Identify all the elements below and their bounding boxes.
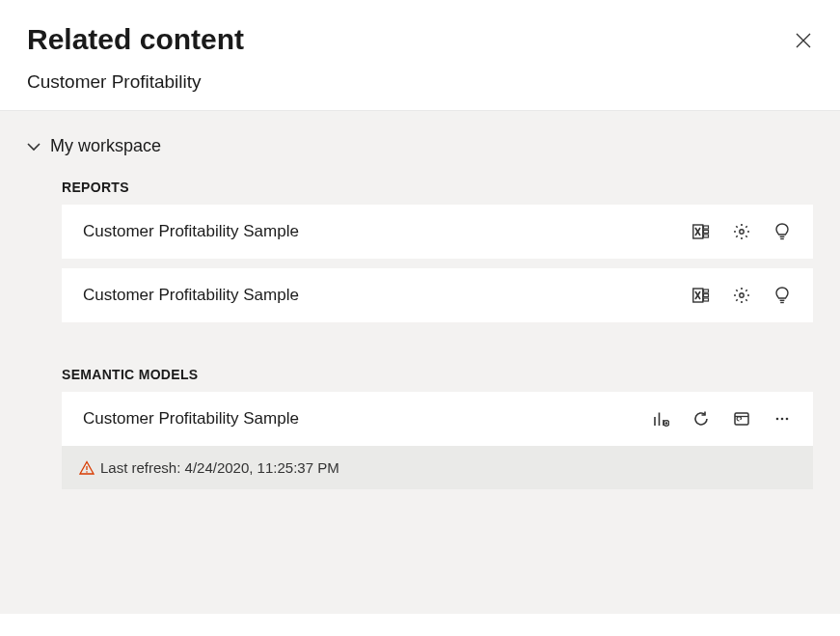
svg-point-4 [740,230,744,234]
chart-icon [652,410,669,428]
svg-point-23 [781,418,784,421]
report-item[interactable]: Customer Profitability Sample [62,268,813,322]
lightbulb-icon [774,287,790,304]
panel-title: Related content [27,23,813,56]
semantic-model-item-actions [651,409,792,429]
insights-button[interactable] [772,222,792,241]
create-report-button[interactable] [651,409,670,429]
refresh-button[interactable] [691,409,711,429]
workspace-label: My workspace [50,136,161,156]
svg-point-24 [786,418,789,421]
svg-rect-10 [704,298,709,301]
schedule-icon [733,410,750,428]
gear-icon [733,287,750,304]
close-icon [796,33,811,48]
svg-rect-3 [704,235,709,237]
settings-button[interactable] [732,286,751,305]
analyze-in-excel-button[interactable] [691,222,711,241]
more-options-button[interactable] [772,409,792,429]
settings-button[interactable] [732,222,751,241]
report-item[interactable]: Customer Profitability Sample [62,205,813,259]
semantic-model-item[interactable]: Customer Profitability Sample [62,392,813,446]
svg-point-11 [740,293,744,297]
close-button[interactable] [790,27,817,54]
svg-rect-8 [704,290,709,292]
excel-icon [692,287,710,304]
last-refresh-text: Last refresh: 4/24/2020, 11:25:37 PM [100,459,339,476]
panel-content: My workspace REPORTS Customer Profitabil… [0,111,840,614]
report-item-actions [691,222,792,241]
semantic-model-item-label: Customer Profitability Sample [83,409,299,429]
workspace-toggle[interactable]: My workspace [27,136,813,156]
lightbulb-icon [774,223,790,240]
section-title-semantic-models: SEMANTIC MODELS [62,367,813,382]
svg-rect-9 [704,294,709,297]
svg-point-26 [86,471,88,473]
warning-icon [79,460,95,476]
report-item-label: Customer Profitability Sample [83,286,299,305]
panel-header: Related content Customer Profitability [0,0,840,111]
insights-button[interactable] [772,286,792,305]
report-item-label: Customer Profitability Sample [83,222,299,241]
gear-icon [733,223,750,240]
section-title-reports: REPORTS [62,180,813,195]
last-refresh-row: Last refresh: 4/24/2020, 11:25:37 PM [62,446,813,489]
analyze-in-excel-button[interactable] [691,286,711,305]
report-item-actions [691,286,792,305]
panel-subtitle: Customer Profitability [27,71,813,93]
refresh-icon [692,410,710,428]
svg-rect-2 [704,231,709,234]
svg-rect-1 [704,226,709,229]
chevron-down-icon [27,142,41,152]
schedule-refresh-button[interactable] [732,409,751,429]
svg-point-22 [776,418,779,421]
more-icon [773,410,791,428]
excel-icon [692,223,710,240]
